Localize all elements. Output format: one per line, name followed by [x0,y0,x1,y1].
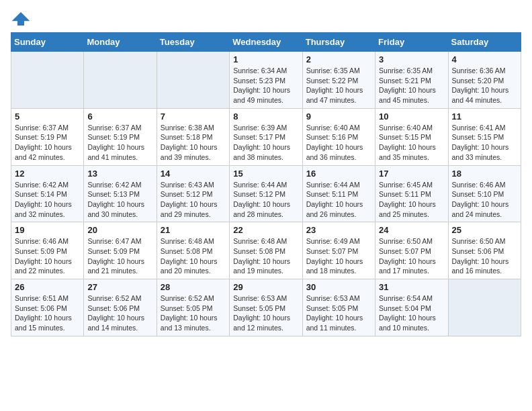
calendar-week-row: 1Sunrise: 6:34 AM Sunset: 5:23 PM Daylig… [11,52,521,109]
calendar-cell [84,52,157,109]
calendar-cell: 1Sunrise: 6:34 AM Sunset: 5:23 PM Daylig… [230,52,302,109]
day-info: Sunrise: 6:46 AM Sunset: 5:10 PM Dayligh… [452,180,517,220]
day-number: 28 [161,282,226,292]
calendar-cell: 22Sunrise: 6:48 AM Sunset: 5:08 PM Dayli… [230,222,302,279]
day-info: Sunrise: 6:38 AM Sunset: 5:18 PM Dayligh… [161,123,226,163]
calendar-cell: 17Sunrise: 6:45 AM Sunset: 5:11 PM Dayli… [375,165,448,222]
calendar-cell: 12Sunrise: 6:42 AM Sunset: 5:14 PM Dayli… [11,165,84,222]
weekday-header: Thursday [302,33,375,52]
calendar: SundayMondayTuesdayWednesdayThursdayFrid… [11,32,521,336]
day-info: Sunrise: 6:50 AM Sunset: 5:06 PM Dayligh… [452,236,517,276]
day-info: Sunrise: 6:39 AM Sunset: 5:17 PM Dayligh… [233,123,298,163]
day-number: 2 [306,54,371,64]
calendar-cell: 18Sunrise: 6:46 AM Sunset: 5:10 PM Dayli… [448,165,521,222]
day-number: 25 [452,225,517,235]
day-number: 7 [161,111,226,122]
day-info: Sunrise: 6:48 AM Sunset: 5:08 PM Dayligh… [233,236,298,276]
calendar-cell: 6Sunrise: 6:37 AM Sunset: 5:19 PM Daylig… [84,108,157,165]
calendar-week-row: 5Sunrise: 6:37 AM Sunset: 5:19 PM Daylig… [11,108,521,165]
day-number: 11 [452,111,517,122]
day-number: 16 [306,169,371,179]
calendar-cell: 2Sunrise: 6:35 AM Sunset: 5:22 PM Daylig… [302,52,375,109]
weekday-header: Wednesday [230,33,302,52]
calendar-cell: 31Sunrise: 6:54 AM Sunset: 5:04 PM Dayli… [375,279,448,336]
day-info: Sunrise: 6:44 AM Sunset: 5:12 PM Dayligh… [233,180,298,220]
day-number: 30 [306,282,371,292]
logo-icon [11,11,31,27]
calendar-cell: 24Sunrise: 6:50 AM Sunset: 5:07 PM Dayli… [375,222,448,279]
day-info: Sunrise: 6:50 AM Sunset: 5:07 PM Dayligh… [379,236,444,276]
day-number: 17 [379,169,444,179]
day-number: 10 [379,111,444,122]
calendar-cell: 29Sunrise: 6:53 AM Sunset: 5:05 PM Dayli… [230,279,302,336]
day-info: Sunrise: 6:42 AM Sunset: 5:13 PM Dayligh… [87,180,152,220]
day-info: Sunrise: 6:34 AM Sunset: 5:23 PM Dayligh… [233,66,298,105]
day-number: 6 [87,111,152,122]
day-number: 31 [379,282,444,292]
day-info: Sunrise: 6:52 AM Sunset: 5:05 PM Dayligh… [161,293,226,333]
calendar-cell: 15Sunrise: 6:44 AM Sunset: 5:12 PM Dayli… [230,165,302,222]
day-number: 26 [15,282,80,292]
day-info: Sunrise: 6:53 AM Sunset: 5:05 PM Dayligh… [233,293,298,333]
day-number: 14 [161,169,226,179]
logo [11,11,34,27]
calendar-cell: 10Sunrise: 6:40 AM Sunset: 5:15 PM Dayli… [375,108,448,165]
calendar-cell [157,52,229,109]
day-info: Sunrise: 6:44 AM Sunset: 5:11 PM Dayligh… [306,180,371,220]
day-number: 4 [452,54,517,64]
day-info: Sunrise: 6:35 AM Sunset: 5:22 PM Dayligh… [306,66,371,105]
weekday-header: Saturday [448,33,521,52]
day-info: Sunrise: 6:40 AM Sunset: 5:16 PM Dayligh… [306,123,371,163]
day-info: Sunrise: 6:52 AM Sunset: 5:06 PM Dayligh… [87,293,152,333]
calendar-cell: 28Sunrise: 6:52 AM Sunset: 5:05 PM Dayli… [157,279,229,336]
weekday-header: Tuesday [157,33,229,52]
day-info: Sunrise: 6:37 AM Sunset: 5:19 PM Dayligh… [87,123,152,163]
day-number: 24 [379,225,444,235]
calendar-cell [11,52,84,109]
calendar-cell: 26Sunrise: 6:51 AM Sunset: 5:06 PM Dayli… [11,279,84,336]
day-info: Sunrise: 6:43 AM Sunset: 5:12 PM Dayligh… [161,180,226,220]
day-info: Sunrise: 6:35 AM Sunset: 5:21 PM Dayligh… [379,66,444,105]
day-number: 8 [233,111,298,122]
calendar-cell: 8Sunrise: 6:39 AM Sunset: 5:17 PM Daylig… [230,108,302,165]
day-info: Sunrise: 6:45 AM Sunset: 5:11 PM Dayligh… [379,180,444,220]
day-number: 19 [15,225,80,235]
calendar-cell: 5Sunrise: 6:37 AM Sunset: 5:19 PM Daylig… [11,108,84,165]
weekday-header: Sunday [11,33,84,52]
day-info: Sunrise: 6:51 AM Sunset: 5:06 PM Dayligh… [15,293,80,333]
calendar-cell: 9Sunrise: 6:40 AM Sunset: 5:16 PM Daylig… [302,108,375,165]
day-number: 27 [87,282,152,292]
calendar-cell: 13Sunrise: 6:42 AM Sunset: 5:13 PM Dayli… [84,165,157,222]
calendar-cell: 21Sunrise: 6:48 AM Sunset: 5:08 PM Dayli… [157,222,229,279]
day-info: Sunrise: 6:48 AM Sunset: 5:08 PM Dayligh… [161,236,226,276]
calendar-cell: 16Sunrise: 6:44 AM Sunset: 5:11 PM Dayli… [302,165,375,222]
day-info: Sunrise: 6:41 AM Sunset: 5:15 PM Dayligh… [452,123,517,163]
day-info: Sunrise: 6:36 AM Sunset: 5:20 PM Dayligh… [452,66,517,105]
day-info: Sunrise: 6:53 AM Sunset: 5:05 PM Dayligh… [306,293,371,333]
day-number: 5 [15,111,80,122]
calendar-cell: 27Sunrise: 6:52 AM Sunset: 5:06 PM Dayli… [84,279,157,336]
day-number: 13 [87,169,152,179]
calendar-cell: 19Sunrise: 6:46 AM Sunset: 5:09 PM Dayli… [11,222,84,279]
day-info: Sunrise: 6:49 AM Sunset: 5:07 PM Dayligh… [306,236,371,276]
day-info: Sunrise: 6:54 AM Sunset: 5:04 PM Dayligh… [379,293,444,333]
day-number: 12 [15,169,80,179]
calendar-cell: 23Sunrise: 6:49 AM Sunset: 5:07 PM Dayli… [302,222,375,279]
day-number: 29 [233,282,298,292]
calendar-week-row: 12Sunrise: 6:42 AM Sunset: 5:14 PM Dayli… [11,165,521,222]
day-info: Sunrise: 6:37 AM Sunset: 5:19 PM Dayligh… [15,123,80,163]
calendar-cell: 3Sunrise: 6:35 AM Sunset: 5:21 PM Daylig… [375,52,448,109]
day-number: 23 [306,225,371,235]
day-number: 3 [379,54,444,64]
day-number: 9 [306,111,371,122]
day-number: 21 [161,225,226,235]
calendar-cell: 30Sunrise: 6:53 AM Sunset: 5:05 PM Dayli… [302,279,375,336]
day-info: Sunrise: 6:40 AM Sunset: 5:15 PM Dayligh… [379,123,444,163]
calendar-week-row: 19Sunrise: 6:46 AM Sunset: 5:09 PM Dayli… [11,222,521,279]
day-number: 18 [452,169,517,179]
day-number: 22 [233,225,298,235]
calendar-cell [448,279,521,336]
calendar-week-row: 26Sunrise: 6:51 AM Sunset: 5:06 PM Dayli… [11,279,521,336]
day-info: Sunrise: 6:42 AM Sunset: 5:14 PM Dayligh… [15,180,80,220]
calendar-cell: 25Sunrise: 6:50 AM Sunset: 5:06 PM Dayli… [448,222,521,279]
